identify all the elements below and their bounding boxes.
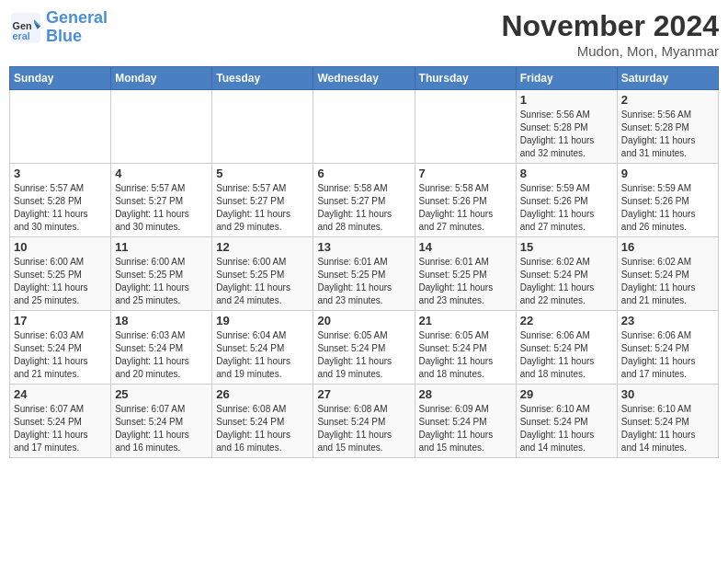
day-number: 29 bbox=[520, 387, 613, 401]
day-number: 16 bbox=[621, 240, 714, 254]
day-number: 4 bbox=[115, 167, 208, 180]
day-number: 10 bbox=[14, 240, 107, 254]
day-cell: 19Sunrise: 6:04 AM Sunset: 5:24 PM Dayli… bbox=[212, 311, 313, 385]
day-number: 11 bbox=[115, 240, 208, 254]
day-cell: 6Sunrise: 5:58 AM Sunset: 5:27 PM Daylig… bbox=[313, 164, 415, 237]
day-cell: 22Sunrise: 6:06 AM Sunset: 5:24 PM Dayli… bbox=[516, 311, 617, 385]
day-cell: 17Sunrise: 6:03 AM Sunset: 5:24 PM Dayli… bbox=[10, 311, 111, 385]
day-info: Sunrise: 5:58 AM Sunset: 5:27 PM Dayligh… bbox=[317, 182, 410, 234]
day-cell: 7Sunrise: 5:58 AM Sunset: 5:26 PM Daylig… bbox=[415, 164, 516, 237]
day-number: 8 bbox=[520, 167, 613, 180]
day-info: Sunrise: 5:57 AM Sunset: 5:27 PM Dayligh… bbox=[216, 182, 309, 234]
day-info: Sunrise: 5:57 AM Sunset: 5:27 PM Dayligh… bbox=[115, 182, 208, 234]
day-cell: 1Sunrise: 5:56 AM Sunset: 5:28 PM Daylig… bbox=[516, 90, 617, 164]
day-info: Sunrise: 5:59 AM Sunset: 5:26 PM Dayligh… bbox=[621, 182, 714, 234]
day-info: Sunrise: 6:02 AM Sunset: 5:24 PM Dayligh… bbox=[520, 256, 613, 307]
day-number: 23 bbox=[621, 314, 714, 327]
day-cell: 27Sunrise: 6:08 AM Sunset: 5:24 PM Dayli… bbox=[313, 385, 415, 458]
day-info: Sunrise: 6:01 AM Sunset: 5:25 PM Dayligh… bbox=[419, 256, 512, 307]
logo: Gen eral GeneralBlue bbox=[9, 9, 108, 46]
day-info: Sunrise: 6:06 AM Sunset: 5:24 PM Dayligh… bbox=[621, 329, 714, 381]
day-number: 21 bbox=[419, 314, 512, 327]
day-number: 19 bbox=[216, 314, 309, 327]
day-cell: 2Sunrise: 5:56 AM Sunset: 5:28 PM Daylig… bbox=[617, 90, 718, 164]
header-row: SundayMondayTuesdayWednesdayThursdayFrid… bbox=[10, 67, 719, 90]
day-cell: 29Sunrise: 6:10 AM Sunset: 5:24 PM Dayli… bbox=[516, 385, 617, 458]
day-number: 17 bbox=[14, 314, 107, 327]
day-number: 13 bbox=[317, 240, 410, 254]
day-info: Sunrise: 5:58 AM Sunset: 5:26 PM Dayligh… bbox=[419, 182, 512, 234]
day-info: Sunrise: 6:07 AM Sunset: 5:24 PM Dayligh… bbox=[14, 403, 107, 454]
day-number: 20 bbox=[317, 314, 410, 327]
day-header-friday: Friday bbox=[516, 67, 617, 90]
day-info: Sunrise: 6:03 AM Sunset: 5:24 PM Dayligh… bbox=[14, 329, 107, 381]
day-number: 15 bbox=[520, 240, 613, 254]
day-header-monday: Monday bbox=[111, 67, 212, 90]
month-title: November 2024 bbox=[501, 9, 719, 43]
day-info: Sunrise: 6:06 AM Sunset: 5:24 PM Dayligh… bbox=[520, 329, 613, 381]
day-number: 6 bbox=[317, 167, 410, 180]
day-info: Sunrise: 6:10 AM Sunset: 5:24 PM Dayligh… bbox=[520, 403, 613, 454]
day-header-saturday: Saturday bbox=[617, 67, 718, 90]
day-cell bbox=[212, 90, 313, 164]
day-info: Sunrise: 6:10 AM Sunset: 5:24 PM Dayligh… bbox=[621, 403, 714, 454]
day-number: 25 bbox=[115, 387, 208, 401]
day-info: Sunrise: 5:57 AM Sunset: 5:28 PM Dayligh… bbox=[14, 182, 107, 234]
day-number: 28 bbox=[419, 387, 512, 401]
day-number: 3 bbox=[14, 167, 107, 180]
day-number: 9 bbox=[621, 167, 714, 180]
day-cell: 8Sunrise: 5:59 AM Sunset: 5:26 PM Daylig… bbox=[516, 164, 617, 237]
day-cell: 10Sunrise: 6:00 AM Sunset: 5:25 PM Dayli… bbox=[10, 237, 111, 311]
day-number: 2 bbox=[621, 93, 714, 107]
day-cell: 3Sunrise: 5:57 AM Sunset: 5:28 PM Daylig… bbox=[10, 164, 111, 237]
calendar-header: SundayMondayTuesdayWednesdayThursdayFrid… bbox=[10, 67, 719, 90]
logo-icon: Gen eral bbox=[9, 11, 42, 44]
day-info: Sunrise: 6:08 AM Sunset: 5:24 PM Dayligh… bbox=[317, 403, 410, 454]
day-info: Sunrise: 6:05 AM Sunset: 5:24 PM Dayligh… bbox=[317, 329, 410, 381]
day-info: Sunrise: 6:09 AM Sunset: 5:24 PM Dayligh… bbox=[419, 403, 512, 454]
day-cell: 4Sunrise: 5:57 AM Sunset: 5:27 PM Daylig… bbox=[111, 164, 212, 237]
day-number: 1 bbox=[520, 93, 613, 107]
calendar-table: SundayMondayTuesdayWednesdayThursdayFrid… bbox=[9, 66, 719, 458]
day-cell: 23Sunrise: 6:06 AM Sunset: 5:24 PM Dayli… bbox=[617, 311, 718, 385]
day-number: 26 bbox=[216, 387, 309, 401]
day-info: Sunrise: 6:01 AM Sunset: 5:25 PM Dayligh… bbox=[317, 256, 410, 307]
day-info: Sunrise: 6:08 AM Sunset: 5:24 PM Dayligh… bbox=[216, 403, 309, 454]
day-info: Sunrise: 6:03 AM Sunset: 5:24 PM Dayligh… bbox=[115, 329, 208, 381]
day-header-sunday: Sunday bbox=[10, 67, 111, 90]
week-row-1: 1Sunrise: 5:56 AM Sunset: 5:28 PM Daylig… bbox=[10, 90, 719, 164]
day-info: Sunrise: 6:02 AM Sunset: 5:24 PM Dayligh… bbox=[621, 256, 714, 307]
day-cell: 16Sunrise: 6:02 AM Sunset: 5:24 PM Dayli… bbox=[617, 237, 718, 311]
day-info: Sunrise: 6:00 AM Sunset: 5:25 PM Dayligh… bbox=[216, 256, 309, 307]
day-cell: 28Sunrise: 6:09 AM Sunset: 5:24 PM Dayli… bbox=[415, 385, 516, 458]
page-header: Gen eral GeneralBlue November 2024 Mudon… bbox=[9, 9, 719, 59]
day-cell: 18Sunrise: 6:03 AM Sunset: 5:24 PM Dayli… bbox=[111, 311, 212, 385]
day-cell: 15Sunrise: 6:02 AM Sunset: 5:24 PM Dayli… bbox=[516, 237, 617, 311]
day-info: Sunrise: 6:07 AM Sunset: 5:24 PM Dayligh… bbox=[115, 403, 208, 454]
day-info: Sunrise: 5:59 AM Sunset: 5:26 PM Dayligh… bbox=[520, 182, 613, 234]
day-cell: 14Sunrise: 6:01 AM Sunset: 5:25 PM Dayli… bbox=[415, 237, 516, 311]
day-cell: 24Sunrise: 6:07 AM Sunset: 5:24 PM Dayli… bbox=[10, 385, 111, 458]
week-row-4: 17Sunrise: 6:03 AM Sunset: 5:24 PM Dayli… bbox=[10, 311, 719, 385]
week-row-2: 3Sunrise: 5:57 AM Sunset: 5:28 PM Daylig… bbox=[10, 164, 719, 237]
day-cell: 5Sunrise: 5:57 AM Sunset: 5:27 PM Daylig… bbox=[212, 164, 313, 237]
day-header-wednesday: Wednesday bbox=[313, 67, 415, 90]
day-cell: 12Sunrise: 6:00 AM Sunset: 5:25 PM Dayli… bbox=[212, 237, 313, 311]
day-cell: 30Sunrise: 6:10 AM Sunset: 5:24 PM Dayli… bbox=[617, 385, 718, 458]
day-info: Sunrise: 6:05 AM Sunset: 5:24 PM Dayligh… bbox=[419, 329, 512, 381]
day-number: 5 bbox=[216, 167, 309, 180]
day-cell: 21Sunrise: 6:05 AM Sunset: 5:24 PM Dayli… bbox=[415, 311, 516, 385]
day-number: 30 bbox=[621, 387, 714, 401]
logo-text: GeneralBlue bbox=[46, 9, 108, 46]
day-cell: 25Sunrise: 6:07 AM Sunset: 5:24 PM Dayli… bbox=[111, 385, 212, 458]
calendar-body: 1Sunrise: 5:56 AM Sunset: 5:28 PM Daylig… bbox=[10, 90, 719, 458]
day-cell bbox=[10, 90, 111, 164]
day-header-tuesday: Tuesday bbox=[212, 67, 313, 90]
day-number: 24 bbox=[14, 387, 107, 401]
day-cell: 13Sunrise: 6:01 AM Sunset: 5:25 PM Dayli… bbox=[313, 237, 415, 311]
location-subtitle: Mudon, Mon, Myanmar bbox=[501, 43, 719, 59]
day-number: 27 bbox=[317, 387, 410, 401]
week-row-3: 10Sunrise: 6:00 AM Sunset: 5:25 PM Dayli… bbox=[10, 237, 719, 311]
day-number: 18 bbox=[115, 314, 208, 327]
day-number: 14 bbox=[419, 240, 512, 254]
